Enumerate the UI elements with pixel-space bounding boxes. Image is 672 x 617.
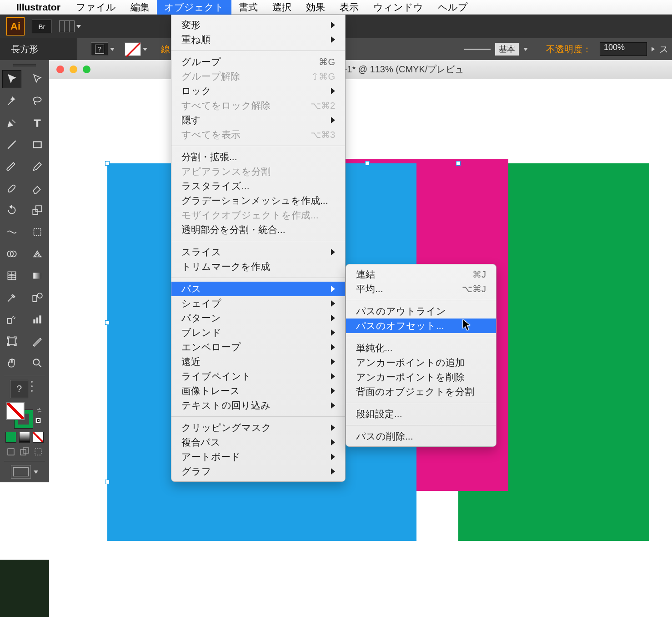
selection-handle[interactable] [456,161,461,166]
menu-item[interactable]: パスのアウトライン [346,304,496,319]
zoom-window-icon[interactable] [83,66,90,73]
menu-item[interactable]: パターン [171,311,345,325]
menu-item[interactable]: ラスタライズ... [171,179,345,193]
opacity-input[interactable]: 100% [600,42,647,56]
pen-tool[interactable] [2,114,21,132]
selection-handle[interactable] [105,320,110,325]
menu-item[interactable]: 分割・拡張... [171,150,345,164]
menu-item[interactable]: スライス [171,245,345,259]
menubar-item-選択[interactable]: 選択 [265,0,299,15]
stroke-label[interactable]: 線 [161,43,170,56]
menubar-item-ウィンドウ[interactable]: ウィンドウ [366,0,431,15]
menubar-item-書式[interactable]: 書式 [231,0,265,15]
menu-item[interactable]: グラデーションメッシュを作成... [171,193,345,208]
selection-tool[interactable] [2,70,21,88]
menu-item[interactable]: 段組設定... [346,407,496,421]
blend-tool[interactable] [28,288,47,307]
stroke-swatch-none[interactable] [125,42,141,56]
menu-item[interactable]: シェイプ [171,296,345,311]
stroke-profile-button[interactable]: 基本 [495,43,519,56]
menu-item[interactable]: 複合パス [171,435,345,450]
color-mode-solid[interactable] [5,432,16,443]
slice-tool[interactable] [28,332,47,350]
chevron-down-icon[interactable] [143,48,147,51]
line-tool[interactable] [2,136,21,154]
blob-brush-tool[interactable] [2,179,21,197]
column-graph-tool[interactable] [28,310,47,329]
default-fill-stroke-icon[interactable] [35,418,41,423]
width-tool[interactable] [2,223,21,241]
fill-color-icon[interactable] [6,402,25,420]
draw-normal-icon[interactable] [5,446,16,457]
menu-item[interactable]: クリッピングマスク [171,420,345,435]
menu-item[interactable]: アートボード [171,450,345,464]
menubar-item-効果[interactable]: 効果 [299,0,332,15]
menu-item[interactable]: 画像トレース [171,384,345,398]
gradient-tool[interactable] [28,267,47,285]
swap-fill-stroke-icon[interactable] [35,407,43,414]
menu-item[interactable]: グラフ [171,464,345,479]
menu-item[interactable]: 透明部分を分割・統合... [171,223,345,237]
unknown-tool-row[interactable]: ? [3,380,46,398]
menu-item[interactable]: パスのオフセット... [346,319,496,333]
eyedropper-tool[interactable] [2,288,21,307]
hand-tool[interactable] [2,354,21,372]
menu-item[interactable]: 隠す [171,113,345,127]
color-mode-none[interactable] [33,432,44,443]
menubar-item-表示[interactable]: 表示 [332,0,366,15]
menu-item[interactable]: ライブペイント [171,369,345,384]
menu-item[interactable]: パスの削除... [346,429,496,444]
menu-item[interactable]: ブレンド [171,325,345,340]
menubar-item-ヘルプ[interactable]: ヘルプ [431,0,475,15]
minimize-window-icon[interactable] [70,66,77,73]
artboard-tool[interactable] [2,332,21,350]
panel-grip-icon[interactable] [13,64,36,66]
menu-item[interactable]: 単純化... [346,341,496,355]
menubar-item-ファイル[interactable]: ファイル [69,0,123,15]
menu-item[interactable]: 背面のオブジェクトを分割 [346,384,496,399]
fill-stroke-control[interactable] [3,402,46,428]
mesh-tool[interactable] [2,267,21,285]
selection-handle[interactable] [105,161,110,166]
selection-handle[interactable] [365,161,370,166]
chevron-down-icon[interactable] [110,48,115,51]
symbol-sprayer-tool[interactable] [2,310,21,329]
bridge-button[interactable]: Br [32,20,52,33]
lasso-tool[interactable] [28,92,47,110]
menu-item[interactable]: 重ね順 [171,32,345,47]
menu-item[interactable]: ロック [171,84,345,98]
paintbrush-tool[interactable] [2,157,21,176]
color-mode-gradient[interactable] [19,432,30,443]
workspace-layout-button[interactable] [59,20,81,32]
menubar-item-編集[interactable]: 編集 [123,0,157,15]
opacity-label[interactable]: 不透明度： [546,43,592,56]
menu-item[interactable]: トリムマークを作成 [171,259,345,274]
menu-item[interactable]: アンカーポイントの追加 [346,355,496,370]
pencil-tool[interactable] [28,157,47,176]
menu-item[interactable]: アンカーポイントを削除 [346,370,496,384]
direct-selection-tool[interactable] [28,70,47,88]
menu-item[interactable]: エンベロープ [171,340,345,354]
menu-item[interactable]: 平均...⌥⌘J [346,282,496,296]
menu-item[interactable]: テキストの回り込み [171,398,345,413]
close-window-icon[interactable] [56,66,64,73]
magic-wand-tool[interactable] [2,92,21,110]
screen-mode-button[interactable] [3,465,46,479]
menu-item[interactable]: 変形 [171,18,345,32]
scale-tool[interactable] [28,201,47,219]
chevron-down-icon[interactable] [523,48,528,51]
chevron-right-icon[interactable] [652,47,655,51]
fill-swatch[interactable]: ? [91,42,108,56]
eraser-tool[interactable] [28,179,47,197]
menubar-item-オブジェクト[interactable]: オブジェクト [157,0,231,15]
free-transform-tool[interactable] [28,223,47,241]
menu-item[interactable]: 連結⌘J [346,267,496,282]
type-tool[interactable] [28,114,47,132]
menu-item[interactable]: 遠近 [171,354,345,369]
menu-item[interactable]: グループ⌘G [171,55,345,69]
draw-behind-icon[interactable] [19,446,30,457]
rectangle-tool[interactable] [28,136,47,154]
rotate-tool[interactable] [2,201,21,219]
menu-item[interactable]: パス [171,282,345,296]
shape-builder-tool[interactable] [2,245,21,263]
